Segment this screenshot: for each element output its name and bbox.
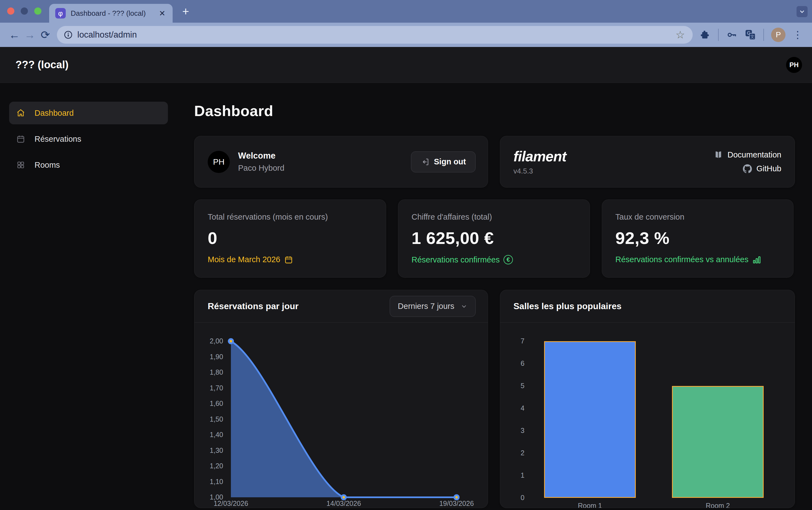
- x-tick-label: 19/03/2026: [426, 500, 487, 508]
- stat-value: 92,3 %: [615, 228, 780, 248]
- stat-label: Total réservations (mois en cours): [208, 213, 373, 222]
- address-bar[interactable]: localhost/admin ☆: [57, 26, 693, 44]
- site-info-icon[interactable]: [63, 30, 73, 39]
- home-icon: [16, 109, 25, 117]
- mini-bar-chart-icon: [752, 255, 761, 264]
- sidebar: Dashboard Réservations Rooms: [0, 83, 182, 508]
- translate-icon[interactable]: G 文: [745, 29, 756, 40]
- sign-out-label: Sign out: [434, 157, 466, 166]
- y-tick-label: 1: [511, 471, 524, 479]
- calendar-icon: [16, 135, 25, 143]
- toolbar-separator: [763, 29, 764, 41]
- welcome-title: Welcome: [238, 151, 285, 161]
- password-key-icon[interactable]: [726, 29, 737, 40]
- stat-description: Réservations confirmées vs annulées: [615, 255, 749, 264]
- user-avatar: PH: [208, 151, 230, 173]
- browser-tab[interactable]: φ Dashboard - ??? (local) ✕: [49, 4, 173, 23]
- bar-room-1: [544, 341, 636, 498]
- filament-version: v4.5.3: [514, 167, 566, 175]
- sidebar-item-label: Dashboard: [34, 109, 74, 118]
- stat-card-revenue: Chiffre d'affaires (total) 1 625,00 € Ré…: [398, 199, 590, 278]
- stat-label: Taux de conversion: [615, 213, 780, 222]
- forward-button[interactable]: →: [22, 29, 37, 41]
- y-tick-label: 6: [511, 360, 524, 367]
- reservations-per-day-chart-card: Réservations par jour Derniers 7 jours 2…: [194, 290, 488, 508]
- chart-title: Réservations par jour: [208, 301, 298, 311]
- documentation-link[interactable]: Documentation: [714, 150, 781, 160]
- main-content: Dashboard PH Welcome Paco Hybord Sign ou…: [182, 83, 812, 508]
- popular-rooms-chart-card: Salles les plus populaires 76543210Room …: [500, 290, 795, 508]
- window-zoom-button[interactable]: [34, 7, 41, 15]
- y-tick-label: 7: [511, 337, 524, 345]
- filament-info-card: filament v4.5.3 Documentation: [500, 136, 795, 188]
- url-text[interactable]: localhost/admin: [77, 30, 671, 40]
- admin-app: ??? (local) PH Dashboard Réservations: [0, 47, 812, 510]
- euro-icon: €: [503, 255, 513, 264]
- stat-value: 0: [208, 228, 373, 248]
- chart-filter-value: Derniers 7 jours: [398, 302, 454, 311]
- calendar-icon: [284, 255, 293, 264]
- stat-label: Chiffre d'affaires (total): [411, 213, 576, 222]
- tab-close-icon[interactable]: ✕: [158, 9, 167, 18]
- toolbar-right-cluster: G 文 P ⋮: [697, 28, 805, 42]
- stat-value: 1 625,00 €: [411, 228, 576, 248]
- sidebar-item-dashboard[interactable]: Dashboard: [9, 102, 168, 124]
- documentation-label: Documentation: [727, 150, 781, 160]
- svg-text:文: 文: [750, 34, 755, 39]
- chart-filter-select[interactable]: Derniers 7 jours: [390, 296, 475, 317]
- new-tab-button[interactable]: +: [182, 5, 189, 18]
- welcome-card: PH Welcome Paco Hybord Sign out: [194, 136, 488, 188]
- browser-tab-strip: φ Dashboard - ??? (local) ✕ +: [0, 0, 812, 23]
- window-close-button[interactable]: [7, 7, 14, 15]
- github-icon: [743, 164, 752, 173]
- sidebar-item-label: Rooms: [34, 161, 60, 170]
- browser-profile-avatar[interactable]: P: [771, 28, 785, 42]
- y-tick-label: 4: [511, 404, 524, 412]
- tab-search-chevron-icon[interactable]: [796, 6, 808, 17]
- chart-title: Salles les plus populaires: [514, 301, 621, 311]
- reload-button[interactable]: ⟳: [37, 28, 53, 41]
- y-tick-label: 0: [511, 494, 524, 502]
- extensions-icon[interactable]: [700, 29, 711, 40]
- bookmark-star-icon[interactable]: ☆: [671, 29, 690, 41]
- x-tick-label: Room 1: [559, 502, 620, 508]
- filament-logo: filament: [514, 148, 566, 165]
- y-tick-label: 5: [511, 382, 524, 390]
- back-button[interactable]: ←: [7, 29, 22, 41]
- line-chart: 2,001,901,801,701,601,501,401,301,201,10…: [195, 332, 488, 508]
- sign-out-button[interactable]: Sign out: [411, 151, 475, 172]
- sign-out-icon: [420, 158, 430, 166]
- chevron-down-icon: [460, 303, 468, 310]
- stat-description: Mois de March 2026: [208, 255, 280, 264]
- welcome-user-name: Paco Hybord: [238, 164, 285, 173]
- stat-card-conversion: Taux de conversion 92,3 % Réservations c…: [602, 199, 793, 278]
- sidebar-item-rooms[interactable]: Rooms: [9, 153, 168, 176]
- user-menu-avatar[interactable]: PH: [786, 57, 802, 73]
- sidebar-item-label: Réservations: [34, 135, 81, 144]
- stat-description: Réservations confirmées: [411, 255, 500, 264]
- brand-title[interactable]: ??? (local): [16, 59, 68, 71]
- x-tick-label: 14/03/2026: [314, 500, 374, 508]
- app-topbar: ??? (local) PH: [0, 47, 812, 83]
- toolbar-separator: [718, 29, 719, 41]
- bar-chart: 76543210Room 1Room 2: [500, 332, 794, 508]
- browser-menu-icon[interactable]: ⋮: [793, 29, 803, 40]
- github-link[interactable]: GitHub: [743, 164, 781, 173]
- x-tick-label: Room 2: [688, 502, 748, 508]
- sidebar-item-reservations[interactable]: Réservations: [9, 128, 168, 150]
- book-icon: [714, 150, 723, 160]
- browser-toolbar: ← → ⟳ localhost/admin ☆ G 文 P ⋮: [0, 23, 812, 47]
- x-tick-label: 12/03/2026: [201, 500, 261, 508]
- y-tick-label: 3: [511, 427, 524, 434]
- github-label: GitHub: [756, 164, 781, 173]
- tab-favicon-icon: φ: [55, 8, 66, 19]
- stat-card-total-reservations: Total réservations (mois en cours) 0 Moi…: [194, 199, 386, 278]
- window-minimize-button[interactable]: [21, 7, 28, 15]
- page-title: Dashboard: [194, 102, 795, 119]
- squares-2x2-icon: [16, 161, 25, 169]
- bar-room-2: [672, 386, 764, 498]
- tab-title: Dashboard - ??? (local): [71, 9, 158, 18]
- y-tick-label: 2: [511, 449, 524, 457]
